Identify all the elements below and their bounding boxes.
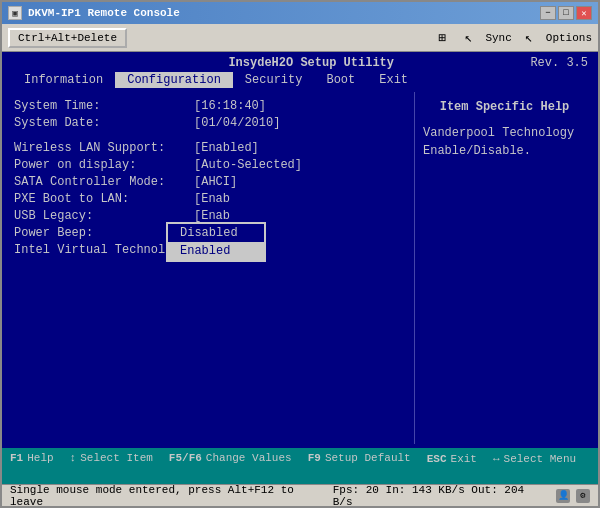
ctrl-alt-del-button[interactable]: Ctrl+Alt+Delete — [8, 28, 127, 48]
usb-row: USB Legacy: [Enab — [14, 209, 402, 223]
system-time-label: System Time: — [14, 99, 194, 113]
esc-key: ESC — [427, 453, 447, 465]
nav-information[interactable]: Information — [12, 72, 115, 88]
status-bar: Single mouse mode entered, press Alt+F12… — [2, 484, 598, 506]
dropdown-menu: Disabled Enabled — [166, 222, 266, 262]
wireless-row: Wireless LAN Support: [Enabled] — [14, 141, 402, 155]
fit-screen-icon: ⊞ — [433, 29, 451, 47]
title-bar-left: ▣ DKVM-IP1 Remote Console — [8, 6, 180, 20]
usb-value[interactable]: [Enab — [194, 209, 230, 223]
bios-nav: Information Configuration Security Boot … — [2, 72, 598, 88]
status-right: Fps: 20 In: 143 KB/s Out: 204 B/s 👤 ⚙ — [333, 484, 590, 508]
usb-label: USB Legacy: — [14, 209, 194, 223]
cursor2-icon: ↖ — [520, 29, 538, 47]
person-icon: 👤 — [556, 489, 570, 503]
system-time-row: System Time: [16:18:40] — [14, 99, 402, 113]
leftright-desc: Select Menu — [504, 453, 577, 465]
nav-configuration[interactable]: Configuration — [115, 72, 233, 88]
bios-main: System Time: [16:18:40] System Date: [01… — [2, 88, 598, 448]
f1-key: F1 — [10, 452, 23, 464]
app-icon: ▣ — [8, 6, 22, 20]
sata-label: SATA Controller Mode: — [14, 175, 194, 189]
fps-text: Fps: 20 In: 143 KB/s Out: 204 B/s — [333, 484, 550, 508]
system-time-value[interactable]: [16:18:40] — [194, 99, 266, 113]
dropdown-item-disabled[interactable]: Disabled — [168, 224, 264, 242]
updown-desc: Select Item — [80, 452, 153, 464]
cursor2-button[interactable]: ↖ — [520, 29, 538, 47]
bios-revision: Rev. 3.5 — [530, 56, 588, 70]
pxe-row: PXE Boot to LAN: [Enab — [14, 192, 402, 206]
cursor-button[interactable]: ↖ — [459, 29, 477, 47]
sata-row: SATA Controller Mode: [AHCI] — [14, 175, 402, 189]
bios-footer: F1 Help ↕ Select Item F5/F6 Change Value… — [2, 448, 598, 484]
system-date-label: System Date: — [14, 116, 194, 130]
settings-icon: ⚙ — [576, 489, 590, 503]
wireless-label: Wireless LAN Support: — [14, 141, 194, 155]
f5f6-desc: Change Values — [206, 452, 292, 464]
help-text: Vanderpool TechnologyEnable/Disable. — [423, 124, 586, 160]
pxe-value[interactable]: [Enab — [194, 192, 230, 206]
updown-key: ↕ — [70, 452, 77, 464]
nav-security[interactable]: Security — [233, 72, 315, 88]
help-title: Item Specific Help — [423, 100, 586, 114]
minimize-button[interactable]: − — [540, 6, 556, 20]
footer-f9: F9 Setup Default — [308, 452, 411, 464]
footer-updown: ↕ Select Item — [70, 452, 153, 464]
nav-boot[interactable]: Boot — [314, 72, 367, 88]
window-controls: − □ ✕ — [540, 6, 592, 20]
bios-header: InsydeH2O Setup Utility Rev. 3.5 — [2, 52, 598, 72]
esc-desc: Exit — [451, 453, 477, 465]
close-button[interactable]: ✕ — [576, 6, 592, 20]
wireless-value[interactable]: [Enabled] — [194, 141, 259, 155]
system-date-value[interactable]: [01/04/2010] — [194, 116, 280, 130]
bios-container: InsydeH2O Setup Utility Rev. 3.5 Informa… — [2, 52, 598, 484]
cursor-icon: ↖ — [459, 29, 477, 47]
bios-help-panel: Item Specific Help Vanderpool Technology… — [414, 92, 594, 444]
footer-f1: F1 Help — [10, 452, 54, 464]
f9-key: F9 — [308, 452, 321, 464]
maximize-button[interactable]: □ — [558, 6, 574, 20]
nav-exit[interactable]: Exit — [367, 72, 420, 88]
options-label: Options — [546, 32, 592, 44]
footer-esc: ESC Exit — [427, 453, 477, 465]
dropdown-item-enabled[interactable]: Enabled — [168, 242, 264, 260]
title-bar: ▣ DKVM-IP1 Remote Console − □ ✕ — [2, 2, 598, 24]
power-display-row: Power on display: [Auto-Selected] — [14, 158, 402, 172]
options-button[interactable]: Options — [546, 32, 592, 44]
sata-value[interactable]: [AHCI] — [194, 175, 237, 189]
leftright-key: ↔ — [493, 453, 500, 465]
sync-button[interactable]: Sync — [485, 32, 511, 44]
fit-screen-button[interactable]: ⊞ — [433, 29, 451, 47]
window-title: DKVM-IP1 Remote Console — [28, 7, 180, 19]
power-display-value[interactable]: [Auto-Selected] — [194, 158, 302, 172]
f9-desc: Setup Default — [325, 452, 411, 464]
bios-info-panel: System Time: [16:18:40] System Date: [01… — [6, 92, 410, 444]
sync-label: Sync — [485, 32, 511, 44]
pxe-label: PXE Boot to LAN: — [14, 192, 194, 206]
footer-leftright: ↔ Select Menu — [493, 453, 576, 465]
system-date-row: System Date: [01/04/2010] — [14, 116, 402, 130]
main-window: ▣ DKVM-IP1 Remote Console − □ ✕ Ctrl+Alt… — [0, 0, 600, 508]
toolbar: Ctrl+Alt+Delete ⊞ ↖ Sync ↖ Options — [2, 24, 598, 52]
status-left-text: Single mouse mode entered, press Alt+F12… — [10, 484, 333, 508]
footer-f5f6: F5/F6 Change Values — [169, 452, 292, 464]
f5f6-key: F5/F6 — [169, 452, 202, 464]
f1-desc: Help — [27, 452, 53, 464]
power-display-label: Power on display: — [14, 158, 194, 172]
bios-title: InsydeH2O Setup Utility — [92, 56, 530, 70]
toolbar-right: ⊞ ↖ Sync ↖ Options — [433, 29, 592, 47]
